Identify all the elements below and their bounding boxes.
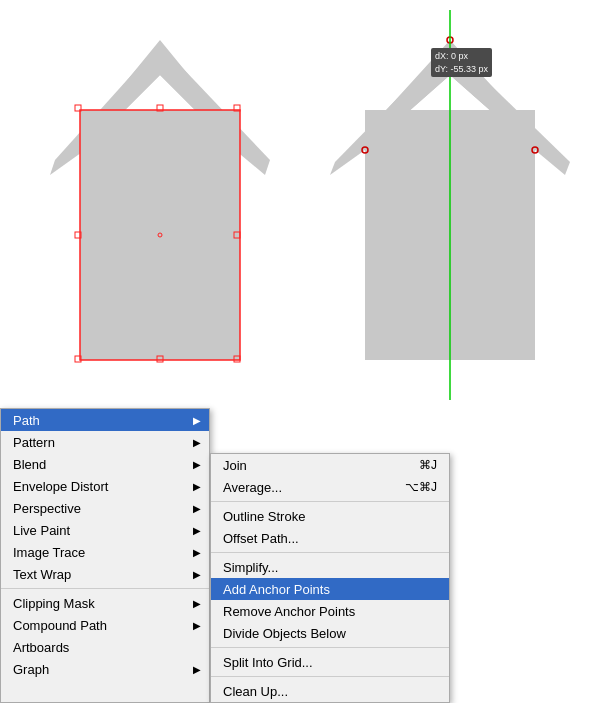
menu-item-text-wrap[interactable]: Text Wrap ▶ [1, 563, 209, 585]
perspective-arrow-icon: ▶ [193, 503, 201, 514]
menu-item-image-trace[interactable]: Image Trace ▶ [1, 541, 209, 563]
submenu-item-clean-up[interactable]: Clean Up... [211, 680, 449, 702]
submenu-item-outline-stroke[interactable]: Outline Stroke [211, 505, 449, 527]
submenu-item-split-into-grid[interactable]: Split Into Grid... [211, 651, 449, 673]
submenu-separator-2 [211, 552, 449, 553]
image-trace-arrow-icon: ▶ [193, 547, 201, 558]
menu-item-pattern[interactable]: Pattern ▶ [1, 431, 209, 453]
house-container: dX: 0 px dY: -55.33 px [0, 0, 600, 410]
submenu-item-join[interactable]: Join ⌘J [211, 454, 449, 476]
menu-separator-1 [1, 588, 209, 589]
path-arrow-icon: ▶ [193, 415, 201, 426]
menu-item-envelope-distort[interactable]: Envelope Distort ▶ [1, 475, 209, 497]
clipping-mask-arrow-icon: ▶ [193, 598, 201, 609]
text-wrap-arrow-icon: ▶ [193, 569, 201, 580]
menu-item-path[interactable]: Path ▶ [1, 409, 209, 431]
submenu-separator-1 [211, 501, 449, 502]
blend-arrow-icon: ▶ [193, 459, 201, 470]
house-left [50, 10, 270, 390]
menu-item-artboards[interactable]: Artboards [1, 636, 209, 658]
submenu-separator-4 [211, 676, 449, 677]
menu-item-clipping-mask[interactable]: Clipping Mask ▶ [1, 592, 209, 614]
svg-rect-3 [80, 110, 240, 360]
menu-overlay: Path ▶ Pattern ▶ Blend ▶ Envelope Distor… [0, 408, 600, 703]
house-right: dX: 0 px dY: -55.33 px [330, 10, 550, 390]
path-submenu[interactable]: Join ⌘J Average... ⌥⌘J Outline Stroke Of… [210, 453, 450, 703]
live-paint-arrow-icon: ▶ [193, 525, 201, 536]
menu-item-blend[interactable]: Blend ▶ [1, 453, 209, 475]
envelope-distort-arrow-icon: ▶ [193, 481, 201, 492]
house-left-svg [50, 10, 270, 400]
menu-item-perspective[interactable]: Perspective ▶ [1, 497, 209, 519]
submenu-item-offset-path[interactable]: Offset Path... [211, 527, 449, 549]
submenu-item-remove-anchor-points[interactable]: Remove Anchor Points [211, 600, 449, 622]
menu-item-live-paint[interactable]: Live Paint ▶ [1, 519, 209, 541]
canvas-area: dX: 0 px dY: -55.33 px [0, 0, 600, 410]
context-menu[interactable]: Path ▶ Pattern ▶ Blend ▶ Envelope Distor… [0, 408, 210, 703]
graph-arrow-icon: ▶ [193, 664, 201, 675]
submenu-item-add-anchor-points[interactable]: Add Anchor Points [211, 578, 449, 600]
submenu-item-simplify[interactable]: Simplify... [211, 556, 449, 578]
menu-item-graph[interactable]: Graph ▶ [1, 658, 209, 680]
submenu-item-average[interactable]: Average... ⌥⌘J [211, 476, 449, 498]
submenu-item-divide-objects-below[interactable]: Divide Objects Below [211, 622, 449, 644]
tooltip: dX: 0 px dY: -55.33 px [431, 48, 492, 77]
menu-item-compound-path[interactable]: Compound Path ▶ [1, 614, 209, 636]
pattern-arrow-icon: ▶ [193, 437, 201, 448]
submenu-separator-3 [211, 647, 449, 648]
compound-path-arrow-icon: ▶ [193, 620, 201, 631]
